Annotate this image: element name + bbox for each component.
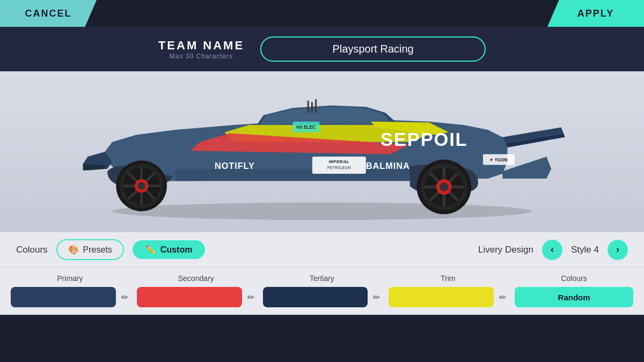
custom-label: Custom (160, 245, 193, 255)
team-name-label-group: TEAM NAME Max 30 Characters (158, 39, 244, 60)
colours-section-label: Colours (561, 274, 587, 283)
car-preview: SEPPOIL NOTIFLY BALMINA IMPERIAL PETROLE… (0, 71, 644, 232)
primary-edit-button[interactable]: ✏ (120, 291, 129, 304)
top-bar: CANCEL APPLY (0, 0, 644, 27)
livery-design-label: Livery Design (478, 245, 533, 255)
svg-text:BALMINA: BALMINA (366, 161, 410, 171)
trim-label: Trim (441, 274, 455, 283)
secondary-swatch[interactable] (137, 287, 242, 307)
controls-row: Colours 🎨 Presets ✏️ Custom Livery Desig… (0, 232, 644, 267)
livery-next-button[interactable]: › (608, 240, 628, 260)
apply-button[interactable]: APPLY (547, 0, 644, 27)
livery-prev-button[interactable]: ‹ (542, 240, 562, 260)
tertiary-swatch-row: ✏ (263, 287, 382, 307)
trim-swatch-row: ✏ (389, 287, 507, 307)
svg-rect-30 (311, 102, 313, 113)
secondary-label: Secondary (178, 274, 214, 283)
random-button[interactable]: Random (515, 287, 633, 307)
paintspray-icon: 🎨 (68, 245, 79, 255)
svg-text:HX ELEC: HX ELEC (296, 125, 316, 130)
trim-edit-button[interactable]: ✏ (498, 291, 507, 304)
left-controls: Colours 🎨 Presets ✏️ Custom (16, 239, 205, 260)
primary-swatch[interactable] (11, 287, 116, 307)
svg-rect-29 (308, 101, 309, 113)
trim-swatch[interactable] (389, 287, 494, 307)
team-name-heading: TEAM NAME (158, 39, 244, 53)
primary-swatch-row: ✏ (11, 287, 129, 307)
team-name-input[interactable] (260, 36, 486, 62)
team-name-sublabel: Max 30 Characters (158, 53, 244, 60)
svg-point-9 (137, 182, 145, 190)
tertiary-swatch[interactable] (263, 287, 368, 307)
svg-point-0 (112, 203, 532, 220)
svg-text:SEPPOIL: SEPPOIL (380, 129, 467, 150)
secondary-edit-button[interactable]: ✏ (246, 291, 255, 304)
svg-rect-31 (315, 99, 317, 113)
tertiary-color-item: Tertiary ✏ (263, 274, 382, 307)
trim-color-item: Trim ✏ (389, 274, 507, 307)
custom-button[interactable]: ✏️ Custom (133, 240, 206, 259)
car-image: SEPPOIL NOTIFLY BALMINA IMPERIAL PETROLE… (0, 71, 644, 232)
primary-color-item: Primary ✏ (11, 274, 129, 307)
svg-text:PETROLEUM: PETROLEUM (327, 166, 351, 169)
team-name-section: TEAM NAME Max 30 Characters (0, 27, 644, 71)
primary-label: Primary (57, 274, 83, 283)
secondary-swatch-row: ✏ (137, 287, 255, 307)
pencil-icon: ✏️ (145, 245, 156, 255)
color-pickers-row: Primary ✏ Secondary ✏ Tertiary ✏ Trim ✏ … (0, 267, 644, 315)
colours-random-section: Colours Random (515, 274, 633, 307)
right-controls: Livery Design ‹ Style 4 › (478, 240, 628, 260)
tertiary-edit-button[interactable]: ✏ (372, 291, 381, 304)
colours-label: Colours (16, 245, 48, 255)
tertiary-label: Tertiary (310, 274, 334, 283)
svg-point-18 (440, 182, 448, 191)
style-label: Style 4 (571, 245, 599, 255)
svg-text:✦ YGON: ✦ YGON (489, 158, 507, 162)
svg-text:IMPERIAL: IMPERIAL (329, 159, 349, 164)
svg-text:NOTIFLY: NOTIFLY (215, 161, 255, 171)
cancel-button[interactable]: CANCEL (0, 0, 97, 27)
secondary-color-item: Secondary ✏ (137, 274, 255, 307)
presets-label: Presets (83, 245, 112, 255)
presets-button[interactable]: 🎨 Presets (56, 239, 124, 260)
